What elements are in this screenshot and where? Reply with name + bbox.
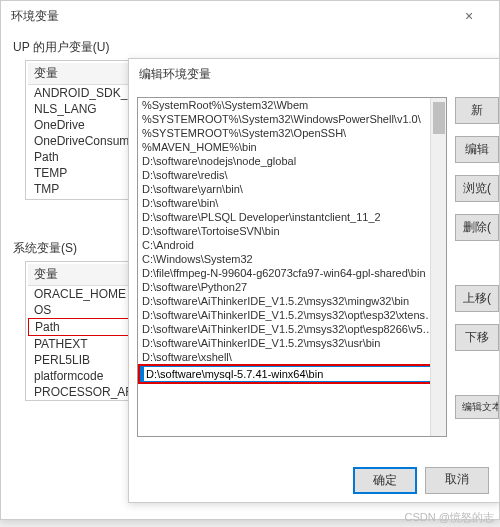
path-row[interactable]: D:\software\xshell\ <box>138 350 446 364</box>
path-row[interactable]: D:\software\PLSQL Developer\instantclien… <box>138 210 446 224</box>
edit-button[interactable]: 编辑 <box>455 136 499 163</box>
path-row[interactable]: %SYSTEMROOT%\System32\OpenSSH\ <box>138 126 446 140</box>
new-button[interactable]: 新 <box>455 97 499 124</box>
path-row[interactable]: %MAVEN_HOME%\bin <box>138 140 446 154</box>
path-row[interactable]: D:\software\AiThinkerIDE_V1.5.2\msys32\u… <box>138 336 446 350</box>
path-row[interactable]: %SystemRoot%\System32\Wbem <box>138 98 446 112</box>
scroll-thumb[interactable] <box>433 102 445 134</box>
path-row[interactable]: %SYSTEMROOT%\System32\WindowsPowerShell\… <box>138 112 446 126</box>
edit-env-var-window: 编辑环境变量 %SystemRoot%\System32\Wbem%SYSTEM… <box>128 58 500 503</box>
path-row[interactable]: D:\software\AiThinkerIDE_V1.5.2\msys32\m… <box>138 294 446 308</box>
path-row[interactable]: D:\software\TortoiseSVN\bin <box>138 224 446 238</box>
path-row[interactable]: D:\software\AiThinkerIDE_V1.5.2\msys32\o… <box>138 322 446 336</box>
path-row[interactable]: D:\software\redis\ <box>138 168 446 182</box>
parent-title: 环境变量 <box>11 1 59 31</box>
move-down-button[interactable]: 下移 <box>455 324 499 351</box>
scrollbar[interactable] <box>430 98 446 436</box>
edit-titlebar: 编辑环境变量 <box>129 59 499 89</box>
path-list[interactable]: %SystemRoot%\System32\Wbem%SYSTEMROOT%\S… <box>137 97 447 437</box>
parent-titlebar: 环境变量 × <box>1 1 499 31</box>
close-icon[interactable]: × <box>449 1 489 31</box>
delete-button[interactable]: 删除( <box>455 214 499 241</box>
path-row[interactable]: D:\software\nodejs\node_global <box>138 154 446 168</box>
path-selected-row[interactable] <box>138 364 446 384</box>
path-row[interactable]: C:\Android <box>138 238 446 252</box>
path-row[interactable]: D:\file\ffmpeg-N-99604-g62073cfa97-win64… <box>138 266 446 280</box>
path-edit-input[interactable] <box>144 367 442 381</box>
ok-button[interactable]: 确定 <box>353 467 417 494</box>
dialog-buttons: 确定 取消 <box>353 467 489 494</box>
edit-buttons-column: 新 编辑 浏览( 删除( 上移( 下移 编辑文本 <box>455 97 499 419</box>
path-row[interactable]: D:\software\Python27 <box>138 280 446 294</box>
path-row[interactable]: D:\software\yarn\bin\ <box>138 182 446 196</box>
browse-button[interactable]: 浏览( <box>455 175 499 202</box>
watermark: CSDN @愤怒的志 <box>405 510 494 525</box>
cancel-button[interactable]: 取消 <box>425 467 489 494</box>
path-row[interactable]: D:\software\bin\ <box>138 196 446 210</box>
user-group-label: UP 的用户变量(U) <box>13 39 499 56</box>
path-row[interactable]: D:\software\AiThinkerIDE_V1.5.2\msys32\o… <box>138 308 446 322</box>
path-row[interactable]: C:\Windows\System32 <box>138 252 446 266</box>
edit-text-button[interactable]: 编辑文本 <box>455 395 499 419</box>
edit-title: 编辑环境变量 <box>139 59 211 89</box>
move-up-button[interactable]: 上移( <box>455 285 499 312</box>
